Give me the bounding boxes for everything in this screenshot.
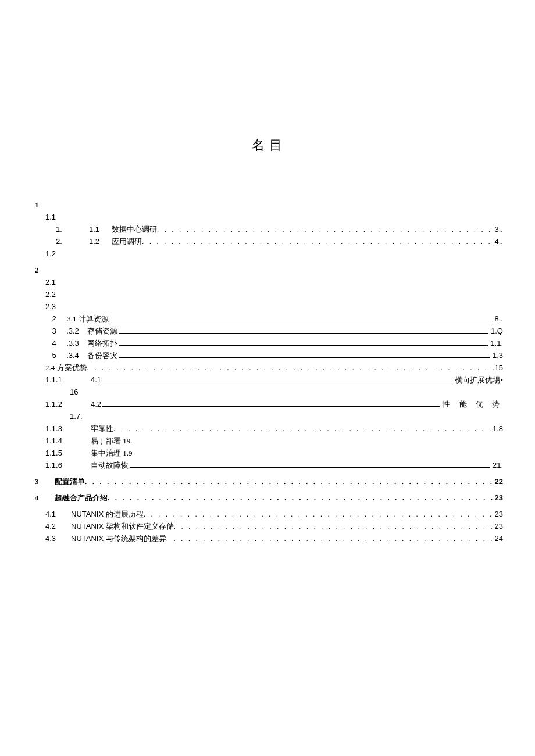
toc-entry-2-3-3: 4 .3.3 网络拓扑 1.1. [35,339,503,349]
toc-leader-dots: . . . . . . . . . . . . . . . . . . . . … [166,535,494,543]
toc-label: 存储资源 [83,327,117,336]
toc-sub: 1.2 [81,237,107,246]
toc-sub: 4.2 [69,400,101,409]
toc-num-2-1: 2.1 [45,278,62,287]
toc-num-1-2: 1.2 [45,249,62,259]
toc-leader-line [102,406,440,407]
table-of-contents: 1 1.1 1. 1.1 数据中心调研 . . . . . . . . . . … [35,200,503,544]
toc-section-1: 1 [35,200,503,211]
toc-entry-2-3-2: 3 .3.2 存储资源 1.Q [35,327,503,337]
toc-sub-2-1: 2.1 [35,278,503,288]
toc-page-continuation: 1.7. [70,412,83,421]
toc-page-continuation: 16 [70,388,78,397]
toc-section-2: 2 [35,266,503,276]
toc-idx: 3 [45,327,63,336]
toc-idx: 1.1.1 [45,375,69,385]
toc-entry-adv-1b: 16 [35,388,503,398]
toc-section-3: 3 配置清单 . . . . . . . . . . . . . . . . .… [35,477,503,488]
toc-leader-line [102,382,452,382]
toc-num-2: 2 [35,266,45,275]
toc-leader-line [110,321,493,321]
toc-label: 自动故障恢 [69,461,129,470]
toc-page: 23 [494,493,503,503]
toc-idx: 5 [45,351,63,360]
toc-page: 1,3 [491,351,503,360]
toc-num-2-3: 2.3 [45,302,62,311]
document-title: 名目 [35,137,503,154]
toc-idx: 4.3 [45,534,62,543]
toc-entry-adv-6: 1.1.6 自动故障恢 21. [35,461,503,471]
toc-page: 1.Q [490,327,503,336]
toc-page: 21. [491,461,503,470]
toc-leader-dots: . . . . . . . . . . . . . . . . . . . . … [157,225,494,234]
toc-page: 1.8 [491,424,503,433]
toc-entry-adv-2: 1.1.2 4.2 性 能 优 势 [35,400,503,410]
toc-page: 15 [494,363,503,372]
toc-label: 应用调研 [107,237,142,246]
toc-label: 牢靠性 [69,424,113,433]
toc-sub: 4.1 [69,375,101,385]
toc-page: 4.. [494,237,503,246]
toc-leader-dots: . . . . . . . . . . . . . . . . . . . . … [108,494,494,502]
toc-label: NUTANIX 与传统架构的差异 [62,534,166,543]
toc-sub-2-2: 2.2 [35,290,503,300]
toc-num-1-1: 1.1 [45,213,62,222]
toc-page: 23 [494,510,503,519]
toc-leader-line [130,467,490,468]
toc-page: 22 [494,477,503,486]
toc-idx: 1.1.5 [45,449,69,458]
toc-num-2-2: 2.2 [45,290,62,299]
toc-sub: .3.3 [63,339,83,348]
toc-entry-adv-1: 1.1.1 4.1 横向扩展优埸• [35,375,503,386]
toc-label: 超融合产品介绍 [45,493,108,503]
toc-page: 23 [494,522,503,531]
toc-entry-2-3-1: 2 .3.1 计算资源 8.. [35,314,503,325]
toc-entry-1-1-2: 2. 1.2 应用调研 . . . . . . . . . . . . . . … [35,237,503,248]
toc-idx: 1.1.3 [45,424,69,433]
toc-entry-2-3-4: 5 .3.4 备份容灾 1,3 [35,351,503,361]
toc-leader-line [119,357,490,358]
toc-sub: 1.1 [81,225,107,234]
toc-sub-1-2: 1.2 [35,249,503,260]
toc-leader-dots: . . . . . . . . . . . . . . . . . . . . … [113,425,491,433]
toc-idx: 4 [45,339,63,348]
toc-entry-2-4: 2.4 方案优势 . . . . . . . . . . . . . . . .… [35,363,503,374]
toc-label: 易于部署 19. [69,436,133,446]
toc-num-3: 3 [35,477,45,486]
toc-page: 1.1. [489,339,503,348]
toc-leader-dots: . . . . . . . . . . . . . . . . . . . . … [142,238,494,246]
toc-page: 24 [494,534,503,543]
toc-idx: 2 [45,314,63,324]
toc-leader-dots: . . . . . . . . . . . . . . . . . . . . … [174,522,494,531]
toc-entry-adv-5: 1.1.5 集中治理 1.9 [35,449,503,459]
toc-tail: 性 能 优 势 [441,400,503,409]
toc-leader-dots: . . . . . . . . . . . . . . . . . . . . … [85,478,494,486]
toc-label: NUTANIX 的进展历程 [62,510,144,519]
toc-label: 配置清单 [45,477,85,486]
toc-sub-2-3: 2.3 [35,302,503,313]
toc-section-4: 4 超融合产品介绍 . . . . . . . . . . . . . . . … [35,493,503,504]
toc-sub: .3.4 [63,351,83,360]
toc-idx: 2. [45,237,81,246]
toc-label: 集中治理 1.9 [69,449,133,458]
toc-entry-adv-2b: 1.7. [35,412,503,422]
toc-entry-adv-4: 1.1.4 易于部署 19. [35,436,503,447]
toc-leader-line [119,333,488,334]
toc-label: 网络拓扑 [83,339,117,348]
toc-label: 2.4 方案优势 [45,363,87,372]
toc-page: 8.. [494,314,503,324]
toc-idx: 1. [45,225,81,234]
toc-label: NUTANIX 架构和软件定义存储 [62,522,174,531]
toc-entry-1-1-1: 1. 1.1 数据中心调研 . . . . . . . . . . . . . … [35,225,503,235]
toc-label: 备份容灾 [83,351,117,360]
toc-idx: 1.1.4 [45,436,69,446]
toc-label: .3.1 计算资源 [63,314,109,324]
toc-leader-dots: . . . . . . . . . . . . . . . . . . . . … [87,364,494,372]
toc-num-4: 4 [35,493,45,503]
toc-idx: 4.2 [45,522,62,531]
toc-page: 3.. [494,225,503,234]
toc-entry-4-1: 4.1 NUTANIX 的进展历程 . . . . . . . . . . . … [35,510,503,520]
toc-entry-4-3: 4.3 NUTANIX 与传统架构的差异 . . . . . . . . . .… [35,534,503,544]
toc-label: 数据中心调研 [107,225,157,234]
toc-entry-4-2: 4.2 NUTANIX 架构和软件定义存储 . . . . . . . . . … [35,522,503,532]
